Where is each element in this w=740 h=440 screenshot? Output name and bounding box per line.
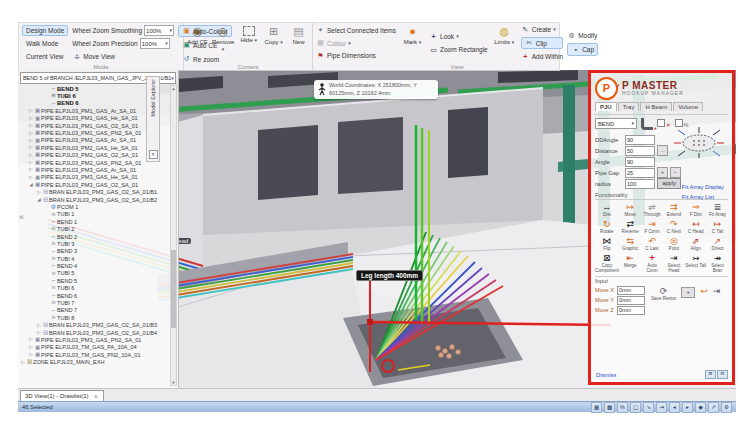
design-mode-button[interactable]: Design Mode	[22, 25, 68, 36]
look-button[interactable]: +Look ▾	[429, 31, 488, 42]
func-f-conn-button[interactable]: ⇥F Conn	[642, 219, 663, 234]
hide-button[interactable]: Hide ▾	[238, 25, 259, 61]
tree-item-bran-elpjl03-pm3-gas-o2-sa-01-b2[interactable]: ◢▤BRAN ELPJL03_PM3_GAS_O2_SA_01/B2	[18, 196, 171, 203]
statusbar-tab-right-icon[interactable]: ⇥	[656, 402, 667, 413]
tree-item-bend-1[interactable]: ⌐BEND 1	[18, 218, 171, 225]
func-select-bran-button[interactable]: ↠Select Bran	[707, 253, 728, 273]
tab-tray[interactable]: Tray	[618, 102, 640, 111]
move-x-input[interactable]: 0mm	[617, 286, 645, 295]
func-c-tail-button[interactable]: ↦C Tail	[707, 219, 728, 234]
radius-input[interactable]: 100	[625, 179, 655, 189]
walk-mode-button[interactable]: Walk Mode	[22, 38, 68, 49]
tree-item-bend-2[interactable]: ⌐BEND 2	[18, 233, 171, 240]
add-button[interactable]: +	[681, 287, 695, 298]
modify-button[interactable]: ⚙Modify	[567, 30, 598, 41]
tree-item-pipe-elpjl03-pm3-gas-pn2-sa-01[interactable]: ▷▣PIPE ELPJL03_PM3_GAS_PN2_SA_01	[18, 336, 171, 343]
scroll-up-icon[interactable]: ▲	[171, 86, 176, 91]
tree-item-pipe-elpjl03-pm3-gas-ar-sa-01[interactable]: ▷▣PIPE ELPJL03_PM3_GAS_Ar_SA_01	[18, 166, 171, 173]
new-button[interactable]: ▤ New	[288, 25, 309, 61]
tree-scrollbar[interactable]: ▲ ▼	[170, 85, 177, 386]
func-dist-button[interactable]: ↔Dist	[595, 202, 619, 217]
func-align-button[interactable]: ⇗Align	[685, 236, 706, 251]
func-fit-array-button[interactable]: ≣Fit Array	[707, 202, 728, 217]
tree-item-tubi-2[interactable]: ≋TUBI 2	[18, 225, 171, 232]
tree-item-bran-elpjl03-pm3-gas-o2-sa-01-b1[interactable]: ▷▤BRAN ELPJL03_PM3_GAS_O2_SA_01/B1	[18, 188, 171, 195]
func-through-button[interactable]: ⇌Through	[642, 202, 663, 217]
colour-button[interactable]: ▦Colour ▾	[316, 38, 396, 49]
mark-button[interactable]: ● Mark ▾	[400, 25, 425, 61]
func-c-last-button[interactable]: ↶C Last	[642, 236, 663, 251]
copy-button[interactable]: ⊞ Copy ▾	[263, 25, 284, 61]
distance-browse-button[interactable]: …	[657, 145, 668, 156]
save-restore-button[interactable]: ⟳Save Restor	[651, 287, 676, 301]
undo-button[interactable]: ↩	[700, 287, 708, 296]
create-button[interactable]: ✎Create ▾	[521, 25, 563, 35]
fit-array-list-link[interactable]: Fit Array List	[682, 193, 724, 203]
current-view-button[interactable]: Current View	[22, 51, 68, 62]
move-z-input[interactable]: 0mm	[617, 306, 645, 315]
panel-mini-button-1[interactable]: ⊞	[705, 370, 716, 379]
tree-item-tubi-7[interactable]: ≋TUBI 7	[18, 299, 171, 306]
scroll-thumb[interactable]	[171, 250, 176, 328]
fit-array-display-link[interactable]: Fit Array Display	[682, 183, 724, 193]
apply-button[interactable]: apply	[657, 178, 681, 189]
statusbar-settings-icon[interactable]: ⚙	[721, 402, 732, 413]
func-flip-button[interactable]: ⋈Flip	[595, 236, 619, 251]
tree-item-bend-6[interactable]: ⌐BEND 6	[18, 292, 171, 299]
func-c-head-button[interactable]: ↤C Head	[685, 219, 706, 234]
angle-input[interactable]: 90	[625, 157, 655, 167]
limits-button[interactable]: ◍ Limits ▾	[492, 25, 517, 61]
func-extend-button[interactable]: ⇉Extend	[663, 202, 684, 217]
select-connected-items-button[interactable]: ⌖Select Connected Items	[316, 25, 396, 36]
close-tab-icon[interactable]: x	[93, 392, 100, 400]
statusbar-box-icon[interactable]: ▢	[630, 402, 641, 413]
tab-pju[interactable]: PJU	[595, 102, 617, 111]
statusbar-external-icon[interactable]: ↗	[708, 402, 719, 413]
statusbar-prev-icon[interactable]: ◂	[669, 402, 680, 413]
func-merge-button[interactable]: ⇤Merge	[620, 253, 641, 273]
wheel-zoom-precision-select[interactable]: 100%▾	[140, 38, 170, 49]
tree-item-pipe-elpjl03-pm3-gas-he-sa-01[interactable]: ▷▣PIPE ELPJL03_PM3_GAS_He_SA_01	[18, 174, 171, 181]
tree-item-bend-3[interactable]: ⌐BEND 3	[18, 248, 171, 255]
add-ce-button[interactable]: ◉ Add CE	[187, 25, 208, 61]
tree-item-tubi-5[interactable]: ≋TUBI 5	[18, 270, 171, 277]
ddangle-input[interactable]: 90	[625, 135, 655, 145]
statusbar-next-icon[interactable]: ▸	[682, 402, 693, 413]
tree-item-bend-4[interactable]: ⌐BEND 4	[18, 262, 171, 269]
tab-volume[interactable]: Volume	[673, 102, 703, 111]
func-c-next-button[interactable]: ↷C Next	[663, 219, 684, 234]
tree-item-zone-elpjl03-main-exh[interactable]: ▷▧ZONE ELPJL03_MAIN_EXH	[18, 358, 171, 365]
exit-button[interactable]: ⇥	[713, 287, 721, 296]
statusbar-resize-icon[interactable]: ↘	[643, 402, 654, 413]
tree-item-tubi-1[interactable]: ≋TUBI 1	[18, 211, 171, 218]
tree-item-bend-7[interactable]: ⌐BEND 7	[18, 307, 171, 314]
zoom-rectangle-button[interactable]: ▭Zoom Rectangle	[429, 44, 488, 55]
func-reverse-button[interactable]: ⇄Reverse	[620, 219, 641, 234]
pipe-dimensions-button[interactable]: ⚑Pipe Dimensions	[316, 50, 396, 61]
tree-item-tubi-4[interactable]: ≋TUBI 4	[18, 255, 171, 262]
element-type-select[interactable]: BEND▾	[595, 118, 637, 129]
move-y-input[interactable]: 0mm	[617, 296, 645, 305]
pipe-gap-minus-button[interactable]: −	[670, 167, 681, 178]
func-direct-button[interactable]: ↗Direct	[707, 236, 728, 251]
statusbar-grid-icon[interactable]: ▦	[591, 402, 602, 413]
tree-item-tubi-3[interactable]: ≋TUBI 3	[18, 240, 171, 247]
tree-item-tubi-8[interactable]: ≋TUBI 8	[18, 314, 171, 321]
wheel-zoom-smoothing-select[interactable]: 100%▾	[144, 25, 174, 36]
option-checkbox-1[interactable]	[657, 119, 665, 127]
tree-item-pipe-elpjl03-tm-gas-pn2-10a-01[interactable]: ▷▣PIPE ELPJL03_TM_GAS_PN2_10A_01	[18, 351, 171, 358]
panel-collapse-chevron[interactable]: «	[19, 212, 24, 222]
scroll-down-icon[interactable]: ▼	[171, 380, 176, 385]
close-icon[interactable]: ✕	[149, 150, 158, 159]
tree-item-pipe-elpjl03-pm3-gas-o2-sa-01[interactable]: ◢▣PIPE ELPJL03_PM3_GAS_O2_SA_01	[18, 181, 171, 188]
clip-button[interactable]: ✂Clip	[521, 37, 563, 49]
model-explorer-tab[interactable]: Model Explorer ✕	[146, 76, 160, 162]
pipe-gap-input[interactable]: 25	[625, 168, 655, 178]
func-select-head-button[interactable]: ⇥Select Head	[663, 253, 684, 273]
func-rotate-button[interactable]: ↻Rotate	[595, 219, 619, 234]
func-move-button[interactable]: ↦Move	[620, 202, 641, 217]
tree-item-pcom-1[interactable]: ◍PCOM 1	[18, 203, 171, 210]
tree-item-bran-elpjl03-pm3-gas-o2-sa-01-b4[interactable]: ▷▤BRAN ELPJL03_PM3_GAS_O2_SA_01/B4	[18, 329, 171, 336]
func-f-dist-button[interactable]: ⇒F Dist	[685, 202, 706, 217]
remove-button[interactable]: ◎ Remove ▾	[212, 25, 234, 61]
